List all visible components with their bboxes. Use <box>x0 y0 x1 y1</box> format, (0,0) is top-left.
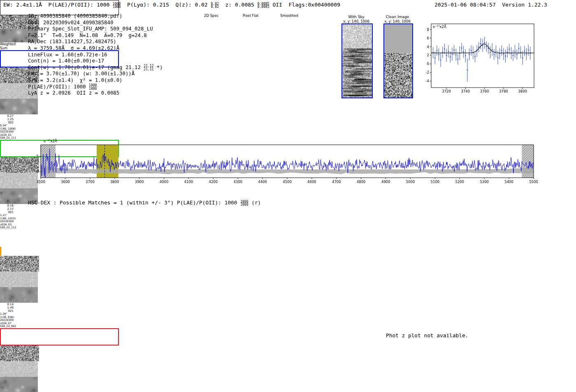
full-spectrum-plot <box>31 140 538 188</box>
info-line: LyA z = 2.0926 OII z = 0.0085 <box>28 90 163 97</box>
detection-info-block: ID: 4090385840 (4090385840.pdf)Obs: 2022… <box>28 13 163 97</box>
info-line: ID: 4090385840 (4090385840.pdf) <box>28 13 163 20</box>
spec2d-col-title-pixelflat: Pixel Flat <box>232 14 269 18</box>
clean-image-title: Clean Image <box>381 15 414 19</box>
stacked-fraction: 10001000 <box>89 84 97 90</box>
with-sky-coords: x, y: 140, 1006 <box>335 19 378 23</box>
spec2d-strip-2dspec <box>0 346 39 361</box>
spec2d-row-border <box>0 230 119 247</box>
spec2d-strip-pixelflat <box>0 271 38 287</box>
clean-image-coords: x, y: 140, 1006 <box>376 19 419 23</box>
header-datetime-version: 2025-01-06 08:04:57 Version 1.22.3 <box>434 2 547 8</box>
spec2d-strip-smoothed <box>0 99 38 114</box>
spec2d-strip-pixelflat <box>0 361 38 377</box>
spec2d-left-label: 1.25 <box>0 118 14 121</box>
clean-image <box>383 23 413 98</box>
elixer-detection-report: EW: 2.4±1.1Å P(LAE)/P(OII): 1000 1000100… <box>0 0 576 392</box>
stacked-fraction: 0.00850.0085 <box>258 2 269 9</box>
spec2d-left-label: 2.17 <box>0 207 14 211</box>
info-line: Cont(w) = 1.70(±0.01)e-17 (gmag 21.12 21… <box>28 65 163 71</box>
info-line: Obs: 20220309v024_4090385840 <box>28 20 163 26</box>
spec2d-strip-smoothed <box>0 377 38 392</box>
info-line: RA,Dec (183.114227,52.482475) <box>28 39 163 45</box>
info-line: LineFlux = 1.60(±0.72)e-16 <box>28 52 163 58</box>
info-line: P(LAE)/P(OII): 1000 10001000 <box>28 84 163 90</box>
info-line: Cont(n) = 1.40(±0.00)e-17 <box>28 58 163 65</box>
stacked-fraction: 10001000 <box>113 2 121 9</box>
spec2d-left-label: 0.27 <box>0 114 14 118</box>
photz-note: Phot z plot not available. <box>386 332 468 339</box>
info-line: F=2.1" T=0.149 N̅=1.08 A̅=0.79 g=24.8 <box>28 32 163 39</box>
line-fit-plot <box>426 19 538 97</box>
spec2d-col-title-2dspec: 2D Spec <box>192 14 231 18</box>
spectrum-units-annotation: e⁻¹⁷x2Å <box>44 139 57 143</box>
spec2d-left-label: 0.14 <box>0 303 14 306</box>
spec2d-right-label: 509_LU_092 <box>0 325 21 328</box>
hsc-match-summary: HSC-DEX : Possible Matches = 1 (within +… <box>28 199 261 206</box>
with-sky-title: With Sky <box>340 15 373 19</box>
spec2d-left-label: 1.49 <box>0 306 14 309</box>
info-line: S/N = 3.2(±1.4) χ² = 1.0(±0.0) <box>28 77 163 84</box>
spec2d-right-label: 509_LU_112 <box>0 226 21 230</box>
spec2d-right-label: Sum <box>0 46 21 51</box>
spec2d-strip-2dspec <box>0 256 39 271</box>
spec2d-left-label: 0.16 <box>0 204 14 207</box>
with-sky-image <box>341 23 373 98</box>
mini-plot-units-annotation: e⁻¹⁷x2Å <box>433 25 446 29</box>
stacked-fraction: 0.020.02 <box>211 2 219 9</box>
info-line: λ = 3759.58Å σ = 4.69(±2.62)Å <box>28 45 163 52</box>
stacked-fraction: 10001000 <box>240 200 248 206</box>
spec2d-col-title-smoothed: Smoothed <box>270 14 308 18</box>
spec2d-row-border <box>0 328 119 346</box>
spec2d-right-label: 509_LU_111 <box>0 137 21 140</box>
stacked-fraction: 21.1221.11 <box>144 65 153 71</box>
header-summary: EW: 2.4±1.1Å P(LAE)/P(OII): 1000 1000100… <box>3 2 340 9</box>
spec2d-accent-mark <box>0 247 1 256</box>
spec2d-strip-smoothed <box>0 287 38 303</box>
info-line: EWr = 3.70(±1.70) (w: 3.00(±1.30))Å <box>28 71 163 77</box>
info-line: Primary Spec_Slot_IFU_AMP: 509_094_028_L… <box>28 26 163 32</box>
spec2d-right-label: Weighted <box>0 42 21 46</box>
